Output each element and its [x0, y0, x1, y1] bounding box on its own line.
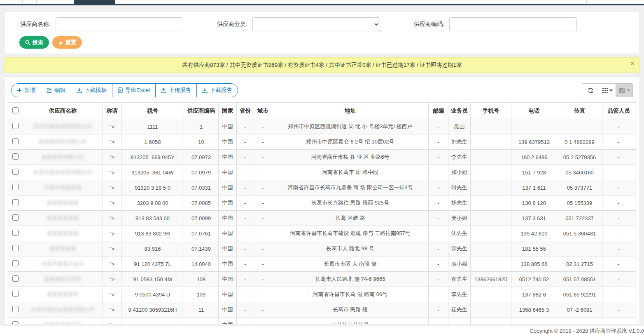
cell-name: 郑州市某某商贸有限公司 [23, 119, 103, 134]
cell-tel: 137 882 6 [511, 287, 557, 302]
active-tab[interactable] [74, 0, 115, 5]
reset-button[interactable]: 重置 [52, 36, 82, 49]
row-checkbox-cell [8, 134, 23, 150]
row-checkbox[interactable] [12, 138, 19, 144]
cell-city: - [254, 241, 272, 256]
cell-code [184, 318, 219, 324]
cell-zip: - [429, 195, 448, 211]
download-icon [77, 88, 82, 93]
row-checkbox-cell [8, 318, 23, 324]
cell-country: 中国 [219, 150, 237, 165]
cell-salesman: 吴小姐 [448, 211, 471, 226]
cell-province: - [237, 226, 254, 241]
table-row: 某某健民大药房">91 0583 150 4M108中国--长葛市人民路北 侧 … [8, 272, 637, 287]
search-button[interactable]: 搜索 [19, 36, 49, 49]
supplier-code-input[interactable] [449, 17, 577, 31]
cell-address: 郑州市中原区昆仑 6 2号 纪 10层02号 [272, 134, 429, 150]
cell-title: "> [103, 318, 121, 324]
col-title: 称谓 [103, 103, 121, 119]
cell-title: "> [103, 119, 121, 134]
cell-country: 中国 [219, 272, 237, 287]
cell-country: 中国 [219, 318, 237, 324]
cell-name: 某某某某某某 [23, 226, 103, 241]
cell-tel [511, 119, 557, 134]
cell-country: 中国 [219, 211, 237, 226]
select-all-checkbox[interactable] [12, 107, 19, 113]
col-country: 国家 [219, 103, 237, 119]
export-excel-button[interactable]: 导出Excel [112, 83, 156, 97]
cell-code: 07.0973 [184, 150, 219, 165]
alert-close-button[interactable]: × [630, 59, 635, 68]
download-template-button[interactable]: 下载模板 [71, 83, 112, 97]
add-button[interactable]: 新增 [11, 83, 41, 97]
row-checkbox[interactable] [12, 153, 19, 160]
cell-salesman [448, 318, 471, 324]
row-checkbox[interactable] [12, 245, 19, 251]
cell-extra [635, 302, 637, 318]
chevron-down-icon [609, 89, 613, 92]
table-row: 某某某某有限公司">913205 669 045Y07.0973中国--河南省商… [8, 150, 637, 165]
cell-mobile [471, 256, 511, 272]
row-checkbox[interactable] [12, 275, 19, 282]
cell-qc: - [602, 180, 635, 195]
cell-city: - [254, 272, 272, 287]
table-row: 某某某某某某">913 83 543 0007.0099中国--长葛 区建 路-… [8, 211, 637, 226]
row-checkbox[interactable] [12, 123, 19, 129]
cell-qc: - [602, 272, 635, 287]
cell-zip: - [429, 318, 448, 324]
row-checkbox[interactable] [12, 260, 19, 266]
row-checkbox[interactable] [12, 169, 19, 175]
cell-province: - [237, 150, 254, 165]
cell-address: 河南省许昌市长葛市建设 道建 路与 二路往南957号 [272, 226, 429, 241]
row-checkbox[interactable] [12, 199, 19, 205]
row-checkbox[interactable] [12, 214, 19, 221]
columns-button[interactable] [599, 83, 616, 97]
cell-salesman: 刘先生 [448, 134, 471, 150]
cell-code: 07.0761 [184, 226, 219, 241]
supplier-category-select[interactable] [252, 17, 380, 31]
cell-title: "> [103, 195, 121, 211]
cell-tax: 83 916 [121, 241, 184, 256]
cell-address: 河南省许昌市长葛 溢 路南 06号 [272, 287, 429, 302]
cell-salesman: 沈先生 [448, 226, 471, 241]
cell-tax: 913205 669 045Y [121, 150, 184, 165]
export-table-button[interactable] [616, 83, 633, 97]
cell-name: 某某健民大药房 [23, 272, 103, 287]
table-row: 某某某某某某">3203 9 08 0007.0085中国--长葛市长兴路往 民… [8, 195, 637, 211]
upload-report-button[interactable]: 上传报告 [155, 83, 197, 97]
table-tools-group [582, 83, 633, 97]
cell-zip: - [429, 226, 448, 241]
cell-zip: - [429, 287, 448, 302]
cell-extra [635, 287, 637, 302]
download-report-button[interactable]: 下载报告 [196, 83, 238, 97]
refresh-button[interactable] [582, 83, 599, 97]
row-checkbox[interactable] [12, 291, 19, 297]
action-button-group: 新增 编辑 下载模板 导出Excel 上传报告 下载报告 [11, 83, 238, 97]
row-checkbox[interactable] [12, 230, 19, 236]
cell-title: "> [103, 134, 121, 150]
cell-tel [511, 318, 557, 324]
row-checkbox[interactable] [12, 306, 19, 312]
cell-zip: - [429, 119, 448, 134]
cell-name: 某某某某某某 [23, 211, 103, 226]
row-checkbox[interactable] [12, 184, 19, 190]
table-row: 长葛市某某商贸有限公司">913205 361 04W07.0979中国--河南… [8, 165, 637, 180]
cell-province: - [237, 165, 254, 180]
cell-tax: 9 0500 4394 U [121, 287, 184, 302]
supplier-name-label: 供应商名称: [13, 21, 51, 28]
cell-name: 长葛市某某五金店 [23, 256, 103, 272]
cell-code: 07.0099 [184, 211, 219, 226]
cell-fax [557, 318, 602, 324]
row-checkbox[interactable] [12, 321, 19, 324]
table-row: 某某某某某某">913 83 802 9R07.0761中国--河南省许昌市长葛… [8, 226, 637, 241]
cell-code: 1 [184, 119, 219, 134]
cell-title: "> [103, 165, 121, 180]
supplier-name-input[interactable] [56, 17, 183, 31]
cell-tel: 180 2 6486 [511, 150, 557, 165]
cell-title: "> [103, 241, 121, 256]
edit-button[interactable]: 编辑 [41, 83, 71, 97]
cell-fax: 051 65 92291 [557, 287, 602, 302]
cell-name: 长葛市某某某某 [23, 180, 103, 195]
download-icon [202, 88, 208, 93]
row-checkbox-cell [8, 150, 23, 165]
